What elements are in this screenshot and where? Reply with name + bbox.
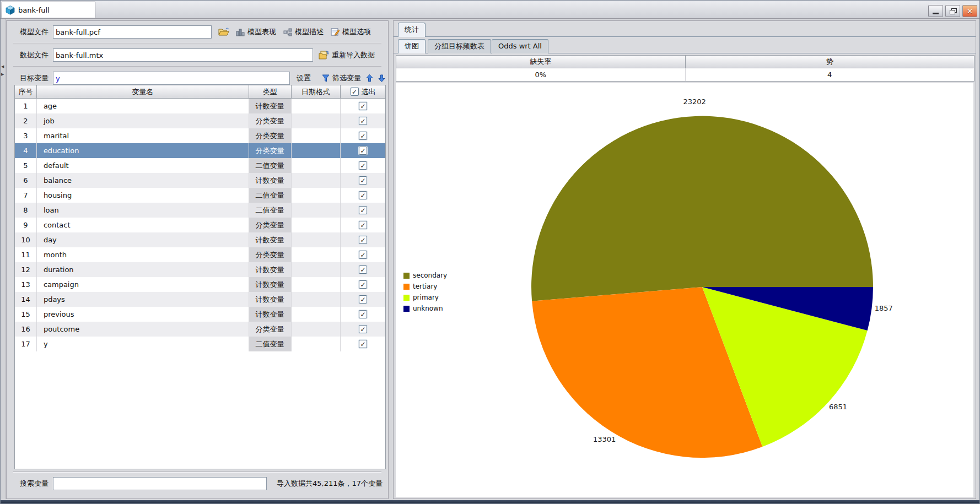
row-checkbox[interactable]: ✓ xyxy=(359,325,367,333)
table-row[interactable]: 8loan二值变量✓ xyxy=(15,203,385,218)
row-type: 计数变量 xyxy=(249,292,292,307)
table-row[interactable]: 13campaign计数变量✓ xyxy=(15,277,385,292)
settings-button[interactable]: 设置 xyxy=(297,72,311,85)
tab-pie-chart[interactable]: 饼图 xyxy=(398,39,426,53)
missing-rate-value: 0% xyxy=(396,68,686,81)
table-row[interactable]: 17y二值变量✓ xyxy=(15,337,385,351)
row-checkbox[interactable]: ✓ xyxy=(359,221,367,229)
header-name[interactable]: 变量名 xyxy=(37,85,249,99)
divider xyxy=(13,472,381,473)
row-selected-cell: ✓ xyxy=(341,143,385,158)
panel-splitter[interactable] xyxy=(389,19,393,499)
row-checkbox[interactable]: ✓ xyxy=(359,147,367,155)
table-row[interactable]: 12duration计数变量✓ xyxy=(15,262,385,277)
table-row[interactable]: 7housing二值变量✓ xyxy=(15,188,385,203)
row-num: 15 xyxy=(15,307,37,322)
row-num: 3 xyxy=(15,128,37,143)
row-selected-cell: ✓ xyxy=(341,277,385,292)
header-num[interactable]: 序号 xyxy=(15,85,37,99)
data-file-input[interactable] xyxy=(53,48,313,62)
row-checkbox[interactable]: ✓ xyxy=(359,236,367,244)
restore-button[interactable] xyxy=(945,5,960,17)
row-checkbox[interactable]: ✓ xyxy=(359,251,367,259)
row-checkbox[interactable]: ✓ xyxy=(359,280,367,289)
window-bottom-edge xyxy=(1,500,980,504)
minimize-button[interactable] xyxy=(928,5,943,17)
tab-odds-wrt-all[interactable]: Odds wrt All xyxy=(492,39,548,53)
filter-variables-button[interactable]: 筛选变量 xyxy=(322,72,361,85)
row-type: 二值变量 xyxy=(249,203,292,218)
open-model-button[interactable] xyxy=(218,25,229,39)
legend-item-tertiary: tertiary xyxy=(403,281,447,292)
table-row[interactable]: 9contact分类变量✓ xyxy=(15,218,385,232)
header-type[interactable]: 类型 xyxy=(249,85,292,99)
row-variable-name: balance xyxy=(37,173,249,188)
row-num: 1 xyxy=(15,99,37,113)
row-date-format xyxy=(292,218,341,232)
close-button[interactable]: ✕ xyxy=(962,5,977,17)
tab-grouped-target-frequency[interactable]: 分组目标频数表 xyxy=(428,39,491,53)
row-checkbox[interactable]: ✓ xyxy=(359,206,367,214)
row-num: 6 xyxy=(15,173,37,188)
table-row[interactable]: 14pdays计数变量✓ xyxy=(15,292,385,307)
missing-rate-header: 缺失率 xyxy=(396,56,686,68)
title-bar: bank-full ✕ xyxy=(1,1,980,19)
row-checkbox[interactable]: ✓ xyxy=(359,161,367,170)
table-row[interactable]: 1age计数变量✓ xyxy=(15,99,385,113)
table-row[interactable]: 16poutcome分类变量✓ xyxy=(15,322,385,337)
cardinality-header: 势 xyxy=(686,56,974,68)
row-type: 计数变量 xyxy=(249,173,292,188)
row-type: 二值变量 xyxy=(249,188,292,203)
expand-right-icon[interactable]: ▶ xyxy=(1,73,4,77)
row-date-format xyxy=(292,99,341,113)
minimize-icon xyxy=(933,13,939,14)
table-row[interactable]: 15previous计数变量✓ xyxy=(15,307,385,322)
row-num: 14 xyxy=(15,292,37,307)
row-selected-cell: ✓ xyxy=(341,188,385,203)
row-checkbox[interactable]: ✓ xyxy=(359,132,367,140)
table-row[interactable]: 3marital分类变量✓ xyxy=(15,128,385,143)
reimport-data-button[interactable]: 重新导入数据 xyxy=(319,48,375,62)
row-num: 13 xyxy=(15,277,37,292)
table-row[interactable]: 4education分类变量✓ xyxy=(15,143,385,158)
move-down-button[interactable] xyxy=(377,72,386,85)
window-title: bank-full xyxy=(18,6,50,14)
table-row[interactable]: 2job分类变量✓ xyxy=(15,113,385,128)
tab-statistics[interactable]: 统计 xyxy=(398,23,426,37)
model-file-input[interactable] xyxy=(53,25,212,39)
model-description-button[interactable]: 模型描述 xyxy=(283,25,324,39)
header-selected[interactable]: ✓ 选出 xyxy=(341,85,385,99)
target-variable-input[interactable] xyxy=(53,72,290,85)
row-checkbox[interactable]: ✓ xyxy=(359,102,367,110)
window-title-tab[interactable]: bank-full xyxy=(2,2,95,18)
table-row[interactable]: 6balance计数变量✓ xyxy=(15,173,385,188)
row-checkbox[interactable]: ✓ xyxy=(359,340,367,348)
legend-swatch-icon xyxy=(403,295,410,301)
row-type: 计数变量 xyxy=(249,307,292,322)
row-selected-cell: ✓ xyxy=(341,337,385,351)
row-checkbox[interactable]: ✓ xyxy=(359,295,367,304)
table-row[interactable]: 10day计数变量✓ xyxy=(15,232,385,247)
header-date-format[interactable]: 日期格式 xyxy=(292,85,341,99)
row-variable-name: age xyxy=(37,99,249,113)
search-variable-input[interactable] xyxy=(53,477,267,490)
row-selected-cell: ✓ xyxy=(341,173,385,188)
row-checkbox[interactable]: ✓ xyxy=(359,265,367,274)
row-variable-name: pdays xyxy=(37,292,249,307)
move-up-button[interactable] xyxy=(365,72,374,85)
variables-table: 序号 变量名 类型 日期格式 ✓ 选出 1age计数变量✓2job分类变量✓3m… xyxy=(14,85,386,469)
row-checkbox[interactable]: ✓ xyxy=(359,191,367,199)
select-all-checkbox[interactable]: ✓ xyxy=(351,88,359,96)
row-date-format xyxy=(292,292,341,307)
right-panel: 统计 饼图 分组目标频数表 Odds wrt All 缺失率 势 0% 4 xyxy=(393,20,976,499)
model-options-button[interactable]: 模型选项 xyxy=(331,25,371,39)
row-type: 分类变量 xyxy=(249,128,292,143)
model-performance-button[interactable]: 模型表现 xyxy=(236,25,276,39)
splitter-collapse-strip: ◀ ▶ xyxy=(1,19,6,499)
row-checkbox[interactable]: ✓ xyxy=(359,176,367,185)
table-row[interactable]: 5default二值变量✓ xyxy=(15,158,385,173)
collapse-left-icon[interactable]: ◀ xyxy=(1,65,4,69)
row-checkbox[interactable]: ✓ xyxy=(359,310,367,318)
row-checkbox[interactable]: ✓ xyxy=(359,117,367,125)
table-row[interactable]: 11month分类变量✓ xyxy=(15,247,385,262)
